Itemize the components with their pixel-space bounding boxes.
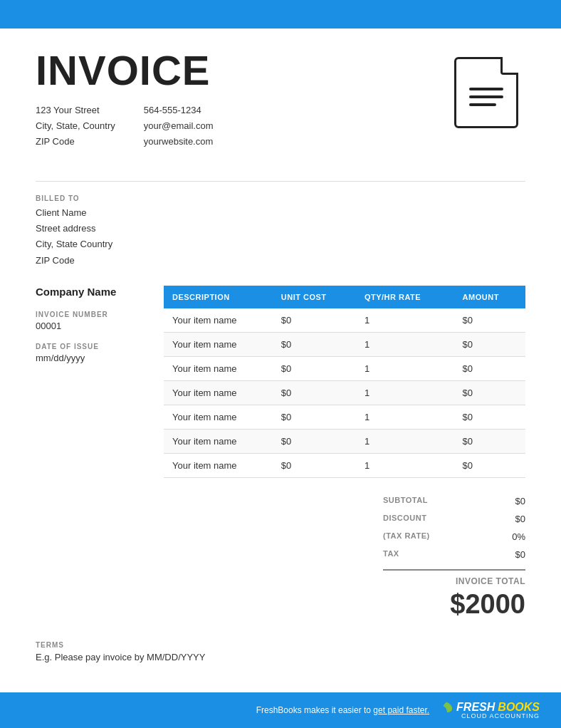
tax-rate-value: 0% [512,531,525,542]
cell-qty: 1 [356,429,454,453]
discount-row: DISCOUNT $0 [383,510,525,528]
address-line3: ZIP Code [36,134,115,150]
totals-inner: SUBTOTAL $0 DISCOUNT $0 (TAX RATE) 0% TA… [383,492,525,620]
tax-row: TAX $0 [383,546,525,563]
invoice-number-label: INVOICE NUMBER [36,311,150,318]
cell-unit-cost: $0 [273,332,356,356]
address-line1: 123 Your Street [36,103,115,118]
client-info: Client Name Street address City, State C… [36,205,525,268]
totals-divider [383,569,525,571]
company-name: Company Name [36,286,150,298]
cell-amount: $0 [454,356,525,380]
cell-qty: 1 [356,380,454,405]
doc-line-2 [469,95,503,98]
table-row: Your item name $0 1 $0 [164,332,525,356]
cell-unit-cost: $0 [273,405,356,429]
subtotal-row: SUBTOTAL $0 [383,492,525,510]
invoice-number-value: 00001 [36,321,150,331]
date-of-issue-value: mm/dd/yyyy [36,353,150,363]
cell-description: Your item name [164,380,273,405]
phone: 564-555-1234 [144,103,214,118]
tax-label: TAX [383,549,399,560]
contact-info: 123 Your Street City, State, Country ZIP… [36,103,213,150]
table-row: Your item name $0 1 $0 [164,405,525,429]
table-body: Your item name $0 1 $0 Your item name $0… [164,308,525,478]
freshbooks-logo: FRESHBOOKS cloud accounting [441,701,540,719]
col-unit-cost: UNIT COST [273,286,356,308]
cell-description: Your item name [164,429,273,453]
address-line2: City, State, Country [36,118,115,134]
date-of-issue-field: DATE OF ISSUE mm/dd/yyyy [36,343,150,363]
terms-label: TERMS [36,641,525,649]
table-header-row: DESCRIPTION UNIT COST QTY/HR RATE AMOUNT [164,286,525,308]
discount-value: $0 [515,514,525,524]
doc-line-1 [469,88,503,90]
doc-lines [469,88,503,106]
subtotal-value: $0 [515,496,525,506]
invoice-table: DESCRIPTION UNIT COST QTY/HR RATE AMOUNT… [164,286,525,478]
footer-text: FreshBooks makes it easier to get paid f… [256,705,429,715]
cell-description: Your item name [164,405,273,429]
invoice-total-value: $2000 [383,589,525,620]
col-amount: AMOUNT [454,286,525,308]
client-zip: ZIP Code [36,253,525,269]
client-city-state: City, State Country [36,236,525,252]
invoice-title: INVOICE [36,50,213,91]
cell-description: Your item name [164,332,273,356]
tax-value: $0 [515,549,525,560]
bottom-bar: FreshBooks makes it easier to get paid f… [0,692,561,728]
cell-qty: 1 [356,405,454,429]
tax-rate-label: (TAX RATE) [383,531,430,542]
cell-amount: $0 [454,453,525,477]
billed-section: BILLED TO Client Name Street address Cit… [36,194,525,268]
totals-section-wrapper: SUBTOTAL $0 DISCOUNT $0 (TAX RATE) 0% TA… [36,492,525,620]
cell-amount: $0 [454,405,525,429]
subtotal-label: SUBTOTAL [383,496,428,506]
cell-qty: 1 [356,308,454,333]
cell-qty: 1 [356,332,454,356]
body-section: Company Name INVOICE NUMBER 00001 DATE O… [36,286,525,478]
cell-unit-cost: $0 [273,453,356,477]
cell-unit-cost: $0 [273,429,356,453]
terms-value: E.g. Please pay invoice by MM/DD/YYYY [36,652,525,662]
invoice-total-label: INVOICE TOTAL [383,576,525,586]
col-qty: QTY/HR RATE [356,286,454,308]
address-col: 123 Your Street City, State, Country ZIP… [36,103,115,150]
client-name: Client Name [36,205,525,221]
header-section: INVOICE 123 Your Street City, State, Cou… [36,50,525,167]
billed-to-label: BILLED TO [36,194,525,202]
cell-unit-cost: $0 [273,356,356,380]
invoice-title-area: INVOICE 123 Your Street City, State, Cou… [36,50,213,167]
client-street: Street address [36,221,525,236]
cell-amount: $0 [454,380,525,405]
terms-section: TERMS E.g. Please pay invoice by MM/DD/Y… [36,641,525,662]
tax-rate-row: (TAX RATE) 0% [383,528,525,546]
contact-col: 564-555-1234 your@email.com yourwebsite.… [144,103,214,150]
document-icon [454,57,518,128]
table-row: Your item name $0 1 $0 [164,308,525,333]
table-row: Your item name $0 1 $0 [164,356,525,380]
main-content: INVOICE 123 Your Street City, State, Cou… [0,28,561,727]
divider-line [36,181,525,182]
cell-unit-cost: $0 [273,308,356,333]
cell-amount: $0 [454,429,525,453]
date-of-issue-label: DATE OF ISSUE [36,343,150,350]
footer-link[interactable]: get paid faster. [373,705,429,715]
cell-qty: 1 [356,356,454,380]
cell-unit-cost: $0 [273,380,356,405]
website: yourwebsite.com [144,134,214,150]
cell-description: Your item name [164,356,273,380]
spacer [36,620,525,641]
table-row: Your item name $0 1 $0 [164,429,525,453]
col-description: DESCRIPTION [164,286,273,308]
leaf-icon [441,701,453,714]
cell-qty: 1 [356,453,454,477]
left-col: Company Name INVOICE NUMBER 00001 DATE O… [36,286,150,478]
table-row: Your item name $0 1 $0 [164,453,525,477]
discount-label: DISCOUNT [383,514,426,524]
cell-description: Your item name [164,453,273,477]
invoice-number-field: INVOICE NUMBER 00001 [36,311,150,331]
right-col: DESCRIPTION UNIT COST QTY/HR RATE AMOUNT… [164,286,525,478]
email: your@email.com [144,118,214,134]
cell-description: Your item name [164,308,273,333]
